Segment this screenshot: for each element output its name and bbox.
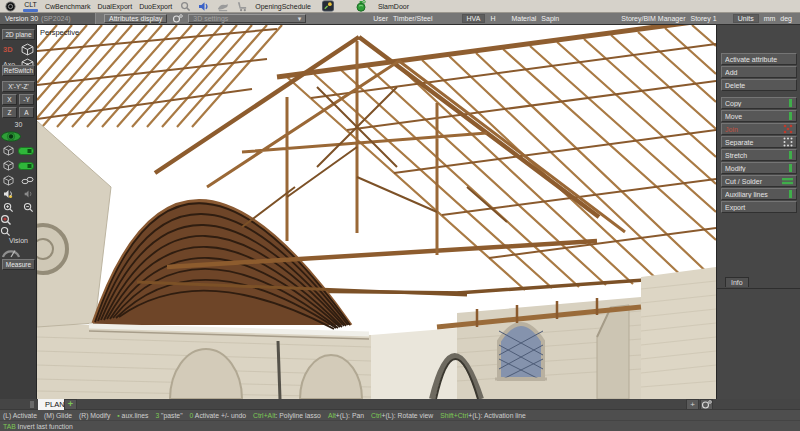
2d-plane-button[interactable]: 2D plane [2, 29, 35, 40]
keyboard-hint-bar: TAB Invert last function [0, 420, 800, 431]
speaker-row [1, 188, 36, 200]
toggle-on-icon[interactable] [18, 162, 34, 170]
zoom-plus-button[interactable]: + [686, 399, 699, 410]
status-hint: Alt+(L): Pan [328, 412, 364, 419]
view-mode-label: Perspective [40, 28, 79, 37]
unit-mm[interactable]: mm [759, 13, 781, 24]
cube-icon[interactable] [3, 175, 14, 186]
status-hint: (M) Glide [44, 412, 72, 419]
export-button[interactable]: Export [721, 201, 797, 213]
clt-button[interactable]: CLT [23, 1, 38, 12]
3d-mode-label[interactable]: 3D [3, 45, 13, 54]
cadwork-window: CLT CwBenchmark DualExport DuoExport Ope… [0, 0, 800, 431]
chain-link-icon[interactable] [21, 176, 34, 185]
3d-viewport[interactable]: Perspective [37, 25, 716, 399]
storey-value[interactable]: Storey 1 [690, 13, 721, 24]
unit-deg[interactable]: deg [780, 13, 800, 24]
status-hint: 0 Activate +/- undo [190, 412, 247, 419]
hva-label: HVA [462, 14, 486, 23]
dualexport-button[interactable]: DualExport [98, 3, 133, 10]
copy-button[interactable]: Copy [721, 97, 797, 109]
separate-button[interactable]: Separate [721, 136, 797, 148]
cube-icon[interactable] [3, 160, 14, 171]
status-hint: Shift+Ctrl+(L): Activation line [440, 412, 526, 419]
dolly-icon[interactable] [236, 1, 248, 12]
tab-scroll-icon[interactable] [30, 401, 34, 408]
right-roof-rafters [277, 25, 716, 293]
version-sp-label: (SP2024) [41, 15, 71, 22]
display-settings-icon[interactable] [167, 13, 188, 24]
auxiliary-lines-button[interactable]: Auxiliary lines [721, 188, 797, 200]
3d-settings-dropdown[interactable]: 3D settings ▾ [188, 14, 306, 23]
modify-button[interactable]: Modify [721, 162, 797, 174]
version-label: Version 30 (SP2024) [0, 13, 96, 24]
status-hint: 3 "paste" [155, 412, 182, 419]
grenade-icon[interactable] [355, 1, 367, 12]
user-label: User [368, 13, 393, 24]
settings-toolbar: Version 30 (SP2024) Attributes display 3… [0, 13, 800, 25]
search-icon[interactable] [179, 1, 191, 12]
green-double-bar-icon [782, 177, 793, 185]
camera-eye-icon[interactable] [0, 131, 37, 142]
axis-x-button[interactable]: X [2, 94, 17, 105]
storey-manager-label: Storey/BIM Manager [616, 13, 690, 24]
add-button[interactable]: Add [721, 66, 797, 78]
mouse-hint-bar: (L) Activate (M) Glide (R) Modify ▪ aux.… [0, 410, 800, 420]
axis-y-button[interactable]: -Y [19, 94, 34, 105]
speaker-off-icon[interactable] [23, 189, 34, 199]
add-tab-button[interactable]: + [64, 399, 77, 410]
openingschedule-button[interactable]: OpeningSchedule [255, 3, 311, 10]
info-tab[interactable]: Info [725, 277, 749, 287]
cut-solder-button[interactable]: Cut / Solder [721, 175, 797, 187]
speaker-on-icon[interactable] [3, 189, 16, 199]
axes-button[interactable]: X'-Y'-Z' [2, 81, 35, 92]
units-label: Units [733, 14, 759, 23]
green-indicator-icon [789, 164, 793, 172]
zoom-target-icon[interactable] [0, 214, 37, 226]
refswitch-button[interactable]: RefSwitch [2, 65, 35, 76]
dark-tool-icon[interactable] [322, 1, 334, 12]
cadwork-logo-icon[interactable] [4, 1, 16, 12]
cwbenchmark-button[interactable]: CwBenchmark [45, 3, 91, 10]
zoom-row [1, 201, 36, 213]
zoom-window-icon[interactable] [0, 226, 37, 237]
join-button[interactable]: Join [721, 123, 797, 135]
view-settings-icon[interactable] [700, 399, 713, 410]
status-hint: Ctrl+Alt: Polyline lasso [253, 412, 321, 419]
attributes-display-button[interactable]: Attributes display [104, 14, 167, 23]
material-value[interactable]: Sapin [541, 13, 564, 24]
bottom-bar: PLAN + + (L) Activate (M) Glide (R) Modi… [0, 399, 800, 431]
hva-value[interactable]: H [485, 13, 500, 24]
axis-z-button[interactable]: Z [2, 107, 17, 118]
axis-a-button[interactable]: A [19, 107, 34, 118]
duoexport-button[interactable]: DuoExport [139, 3, 172, 10]
timber-truss [137, 37, 641, 327]
vision-label[interactable]: Vision [0, 237, 37, 244]
link-cube-row [1, 174, 36, 187]
status-hint: ▪ aux.lines [117, 412, 148, 419]
3d-model-scene[interactable] [37, 25, 716, 399]
user-value[interactable]: Timber/Steel [393, 13, 437, 24]
stretch-button[interactable]: Stretch [721, 149, 797, 161]
clt-underline [23, 9, 38, 12]
activate-attribute-button[interactable]: Activate attribute [721, 53, 797, 65]
move-button[interactable]: Move [721, 110, 797, 122]
gauge-icon[interactable] [0, 246, 37, 258]
slamdoor-button[interactable]: SlamDoor [378, 3, 409, 10]
3d-cube-icon[interactable] [21, 43, 34, 56]
angle-value[interactable]: 30 [0, 121, 37, 128]
sled-icon[interactable] [217, 1, 229, 12]
zoom-in-icon[interactable] [3, 202, 14, 213]
zoom-out-icon[interactable] [23, 202, 34, 213]
visibility-toggle-row-1 [1, 144, 36, 157]
measure-button[interactable]: Measure [2, 259, 35, 270]
cube-icon[interactable] [3, 145, 14, 156]
delete-button[interactable]: Delete [721, 79, 797, 91]
3d-mode-row: 3D [1, 42, 36, 57]
speaker-icon[interactable] [198, 1, 210, 12]
green-indicator-icon [789, 151, 793, 159]
toggle-on-icon[interactable] [18, 147, 34, 155]
status-hint: Ctrl+(L): Rotate view [371, 412, 433, 419]
material-label: Material [506, 13, 541, 24]
green-indicator-icon [789, 112, 793, 120]
